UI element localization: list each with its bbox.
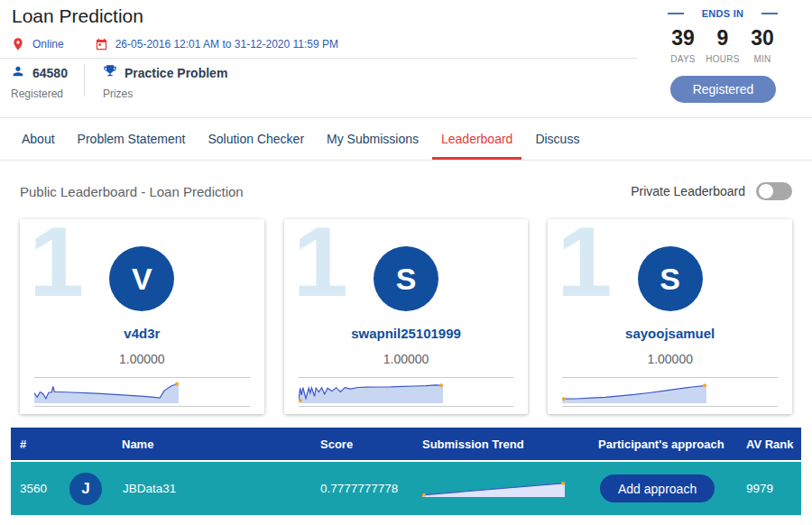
column-header-name: Name <box>69 438 311 451</box>
registered-count: 64580 <box>32 66 68 80</box>
contest-meta: Online 26-05-2016 12:01 AM to 31-12-2020… <box>11 37 338 51</box>
column-header-trend: Submission Trend <box>413 438 589 451</box>
countdown-min: 30 MIN <box>747 26 778 64</box>
countdown-hours: 9 HOURS <box>706 26 740 64</box>
winner-cards: 1 V v4d3r 1.00000 1 S swapnil25101999 1.… <box>20 219 792 414</box>
dash-right <box>761 13 778 14</box>
avatar[interactable]: J <box>69 473 102 505</box>
prize-label: Prizes <box>103 88 227 100</box>
registered-button[interactable]: Registered <box>670 76 776 103</box>
calendar-icon <box>95 38 108 51</box>
page-title: Loan Prediction <box>12 5 143 27</box>
rank-watermark: 1 <box>557 219 612 316</box>
countdown: ENDS IN 39 DAYS 9 HOURS 30 MIN <box>668 8 778 64</box>
rank-watermark: 1 <box>293 219 348 316</box>
row-rank: 3560 <box>11 482 69 495</box>
trophy-icon <box>103 64 117 82</box>
header-divider <box>0 58 637 59</box>
leaderboard-table: # Name Score Submission Trend Participan… <box>11 428 801 515</box>
tab-discuss[interactable]: Discuss <box>526 118 588 160</box>
tab-bar: About Problem Statement Solution Checker… <box>0 118 812 161</box>
avatar[interactable]: V <box>109 246 174 311</box>
private-leaderboard-toggle[interactable] <box>756 182 792 200</box>
submission-trend-sparkline <box>34 377 250 407</box>
rank-watermark: 1 <box>29 219 84 316</box>
submission-trend-sparkline <box>562 377 778 407</box>
contest-date-range: 26-05-2016 12:01 AM to 31-12-2020 11:59 … <box>115 38 338 51</box>
tab-solution-checker[interactable]: Solution Checker <box>198 118 313 160</box>
contest-location: Online <box>32 38 64 51</box>
winner-card: 1 S sayoojsamuel 1.00000 <box>548 219 792 414</box>
table-row: 3560 J JBData31 0.7777777778 Add approac… <box>11 462 801 515</box>
row-participant-name[interactable]: JBData31 <box>123 482 176 495</box>
countdown-days: 39 DAYS <box>668 26 698 64</box>
toggle-knob <box>759 184 773 198</box>
tab-my-submissions[interactable]: My Submissions <box>318 118 428 160</box>
tab-leaderboard[interactable]: Leaderboard <box>432 118 521 160</box>
submission-trend-sparkline <box>413 481 589 497</box>
tab-about[interactable]: About <box>13 118 64 160</box>
contest-stats: 64580 Registered Practice Problem Prizes <box>11 64 227 100</box>
column-header-rank: # <box>11 438 69 451</box>
submission-trend-sparkline <box>299 377 514 407</box>
table-header-row: # Name Score Submission Trend Participan… <box>11 428 801 460</box>
tab-problem-statement[interactable]: Problem Statement <box>69 118 195 160</box>
row-score: 0.7777777778 <box>311 482 413 495</box>
ends-in-label: ENDS IN <box>702 8 744 19</box>
private-leaderboard-control: Private Leaderboard <box>631 182 792 200</box>
private-leaderboard-label: Private Leaderboard <box>631 184 745 198</box>
winner-card: 1 S swapnil25101999 1.00000 <box>284 219 529 414</box>
row-av-rank: 9979 <box>737 482 801 495</box>
dash-left <box>668 13 684 14</box>
location-pin-icon <box>11 37 25 51</box>
leaderboard-header: Public Leaderboard - Loan Prediction Pri… <box>20 182 792 200</box>
stats-divider <box>84 64 85 97</box>
column-header-av-rank: AV Rank <box>737 438 801 451</box>
column-header-score: Score <box>311 438 413 451</box>
add-approach-button[interactable]: Add approach <box>600 474 715 502</box>
avatar[interactable]: S <box>374 246 438 311</box>
avatar[interactable]: S <box>638 246 703 311</box>
participant-name[interactable]: sayoojsamuel <box>562 326 778 341</box>
registered-stat: 64580 Registered <box>11 64 68 100</box>
participant-name[interactable]: v4d3r <box>34 326 250 341</box>
person-icon <box>11 64 25 82</box>
column-header-approach: Participant's approach <box>589 438 737 451</box>
participant-score: 1.00000 <box>562 352 778 366</box>
winner-card: 1 V v4d3r 1.00000 <box>20 219 264 414</box>
participant-score: 1.00000 <box>299 352 514 366</box>
leaderboard-title: Public Leaderboard - Loan Prediction <box>20 184 244 199</box>
prize-stat: Practice Problem Prizes <box>103 64 227 100</box>
registered-count-label: Registered <box>11 88 68 100</box>
prize-title: Practice Problem <box>125 66 227 80</box>
contest-header: Loan Prediction Online 26-05-2016 12:01 … <box>0 0 812 118</box>
participant-name[interactable]: swapnil25101999 <box>299 326 514 341</box>
participant-score: 1.00000 <box>34 352 250 366</box>
